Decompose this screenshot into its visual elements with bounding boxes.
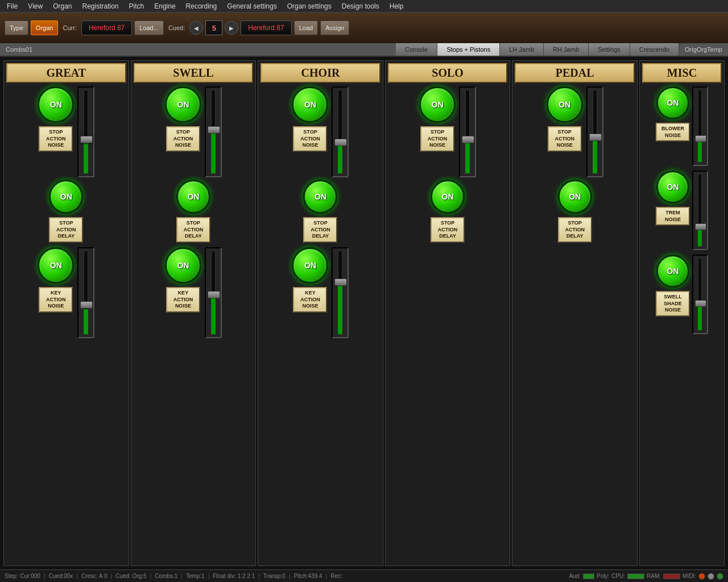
menu-engine[interactable]: Engine bbox=[150, 1, 180, 11]
curr-value[interactable]: Hereford 87 bbox=[81, 20, 132, 35]
menu-organ[interactable]: Organ bbox=[48, 1, 76, 11]
choir-stop-delay-label: STOPACTIONDELAY bbox=[303, 217, 337, 243]
choir-key-noise-label: KEYACTIONNOISE bbox=[293, 287, 327, 313]
pedal-section: PEDAL ON STOPACTIONNOISE ON STOPACTIONDE… bbox=[512, 60, 638, 566]
great-stop-delay-on[interactable]: ON bbox=[49, 180, 83, 214]
tab-crescendo[interactable]: Crescendo bbox=[630, 43, 679, 56]
assign-button[interactable]: Assign bbox=[320, 20, 349, 35]
status-midi: MIDI: bbox=[682, 573, 696, 579]
swell-stop-delay-on[interactable]: ON bbox=[176, 180, 210, 214]
great-key-noise-on[interactable]: ON bbox=[38, 247, 74, 284]
pedal-noise-slider-knob[interactable] bbox=[589, 134, 602, 141]
menu-help[interactable]: Help bbox=[385, 1, 408, 11]
great-section: GREAT ON STOPACTIONNOISE ON STOPACTIONDE… bbox=[3, 60, 129, 566]
cued-label: Cued: bbox=[166, 24, 187, 31]
solo-stop-delay-label: STOPACTIONDELAY bbox=[431, 217, 465, 243]
trem-slider-knob[interactable] bbox=[695, 223, 706, 230]
cued-value[interactable]: Hereford 87 bbox=[241, 20, 291, 35]
tab-stops-pistons[interactable]: Stops + Pistons bbox=[437, 43, 500, 56]
menu-recording[interactable]: Recording bbox=[181, 1, 222, 11]
choir-key-slider-knob[interactable] bbox=[334, 278, 347, 286]
choir-stop-noise-label: STOPACTIONNOISE bbox=[293, 126, 327, 152]
status-cresc: Cresc: A 0 bbox=[81, 573, 107, 579]
great-stop-delay-label: STOPACTIONDELAY bbox=[49, 217, 83, 243]
pedal-stop-noise-label: STOPACTIONNOISE bbox=[548, 126, 582, 152]
status-ram: RAM: bbox=[647, 573, 661, 579]
swell-shade-slider-knob[interactable] bbox=[695, 300, 706, 307]
tab-lh-jamb[interactable]: LH Jamb bbox=[500, 43, 544, 56]
choir-stop-noise-on[interactable]: ON bbox=[292, 86, 328, 123]
menu-file[interactable]: File bbox=[2, 1, 22, 11]
menu-view[interactable]: View bbox=[23, 1, 47, 11]
solo-section: SOLO ON STOPACTIONNOISE ON STOPACTIONDEL… bbox=[385, 60, 511, 566]
status-transp: Transp:0 bbox=[263, 573, 286, 579]
status-cued: Cued:00x bbox=[49, 573, 73, 579]
load2-button[interactable]: Load bbox=[294, 20, 318, 35]
great-title: GREAT bbox=[6, 63, 126, 83]
swell-section: SWELL ON STOPACTIONNOISE ON STOPACTIONDE… bbox=[131, 60, 257, 566]
solo-stop-noise-on[interactable]: ON bbox=[419, 86, 456, 123]
pedal-title: PEDAL bbox=[515, 63, 635, 83]
great-key-slider-knob[interactable] bbox=[80, 301, 93, 309]
tab-console[interactable]: Console bbox=[396, 43, 437, 56]
toolbar: Type Organ Curr: Hereford 87 Load... Cue… bbox=[0, 13, 728, 43]
status-float: Float div: 1:2 2:1 bbox=[213, 573, 255, 579]
status-aud: Aud: bbox=[569, 573, 581, 579]
trem-noise-label: TREMNOISE bbox=[656, 207, 690, 226]
misc-section: MISC ON BLOWERNOISE ON TREMNOISE bbox=[639, 60, 725, 566]
swell-stop-noise-on[interactable]: ON bbox=[165, 86, 201, 123]
misc-title: MISC bbox=[642, 63, 722, 83]
type-button[interactable]: Type bbox=[5, 20, 28, 35]
tab-rh-jamb[interactable]: RH Jamb bbox=[544, 43, 589, 56]
swell-shade-noise-on[interactable]: ON bbox=[656, 255, 689, 288]
menu-organ-settings[interactable]: Organ settings bbox=[283, 1, 336, 11]
solo-stop-delay-on[interactable]: ON bbox=[431, 180, 465, 214]
statusbar: Step: Cur:000 | Cued:00x | Cresc: A 0 | … bbox=[0, 569, 728, 582]
blower-noise-label: BLOWERNOISE bbox=[656, 123, 690, 142]
swell-title: SWELL bbox=[134, 63, 254, 83]
organ-button[interactable]: Organ bbox=[31, 20, 59, 35]
status-step: Step: bbox=[5, 573, 18, 579]
curr-label: Curr: bbox=[60, 24, 78, 31]
swell-noise-slider-knob[interactable] bbox=[208, 126, 220, 134]
choir-section: CHOIR ON STOPACTIONNOISE ON STOPACTIONDE… bbox=[258, 60, 383, 566]
menu-pitch[interactable]: Pitch bbox=[125, 1, 149, 11]
swell-key-noise-on[interactable]: ON bbox=[165, 247, 201, 284]
menubar: File View Organ Registration Pitch Engin… bbox=[0, 0, 728, 13]
load-button[interactable]: Load... bbox=[134, 20, 164, 35]
pedal-stop-noise-on[interactable]: ON bbox=[547, 86, 583, 123]
choir-stop-delay-on[interactable]: ON bbox=[303, 180, 337, 214]
trem-noise-on[interactable]: ON bbox=[656, 171, 689, 203]
status-cued2: Cued: Org:5 bbox=[115, 573, 146, 579]
swell-key-noise-label: KEYACTIONNOISE bbox=[166, 287, 200, 313]
pedal-stop-delay-on[interactable]: ON bbox=[558, 180, 592, 214]
swell-key-slider-knob[interactable] bbox=[208, 291, 220, 298]
great-stop-noise-on[interactable]: ON bbox=[38, 86, 74, 123]
blower-noise-on[interactable]: ON bbox=[656, 86, 689, 119]
next-button[interactable]: ▶ bbox=[225, 21, 238, 35]
solo-title: SOLO bbox=[388, 63, 508, 83]
swell-shade-noise-label: SWELLSHADENOISE bbox=[656, 291, 690, 317]
great-stop-noise-label: STOPACTIONNOISE bbox=[39, 126, 73, 152]
menu-general-settings[interactable]: General settings bbox=[222, 1, 281, 11]
choir-noise-slider-knob[interactable] bbox=[334, 139, 347, 146]
choir-key-noise-on[interactable]: ON bbox=[292, 247, 328, 284]
choir-title: CHOIR bbox=[260, 63, 380, 83]
status-temp: Temp:1 bbox=[186, 573, 205, 579]
great-key-noise-label: KEYACTIONNOISE bbox=[39, 287, 73, 313]
blower-slider-knob[interactable] bbox=[695, 135, 706, 142]
tab-settings[interactable]: Settings bbox=[589, 43, 630, 56]
status-rec: Rec: bbox=[330, 573, 342, 579]
solo-noise-slider-knob[interactable] bbox=[462, 136, 474, 143]
menu-registration[interactable]: Registration bbox=[78, 1, 123, 11]
swell-stop-noise-label: STOPACTIONNOISE bbox=[166, 126, 200, 152]
tabbar-left: Combs01 bbox=[0, 43, 396, 56]
swell-stop-delay-label: STOPACTIONDELAY bbox=[176, 217, 210, 243]
great-noise-slider-knob[interactable] bbox=[80, 136, 93, 143]
prev-button[interactable]: ◀ bbox=[189, 21, 203, 35]
status-poly: Poly: bbox=[597, 573, 609, 579]
menu-design-tools[interactable]: Design tools bbox=[337, 1, 384, 11]
cued-num: 5 bbox=[205, 20, 222, 35]
solo-stop-noise-label: STOPACTIONNOISE bbox=[420, 126, 454, 152]
tabbar: Combs01 Console Stops + Pistons LH Jamb … bbox=[0, 43, 728, 57]
